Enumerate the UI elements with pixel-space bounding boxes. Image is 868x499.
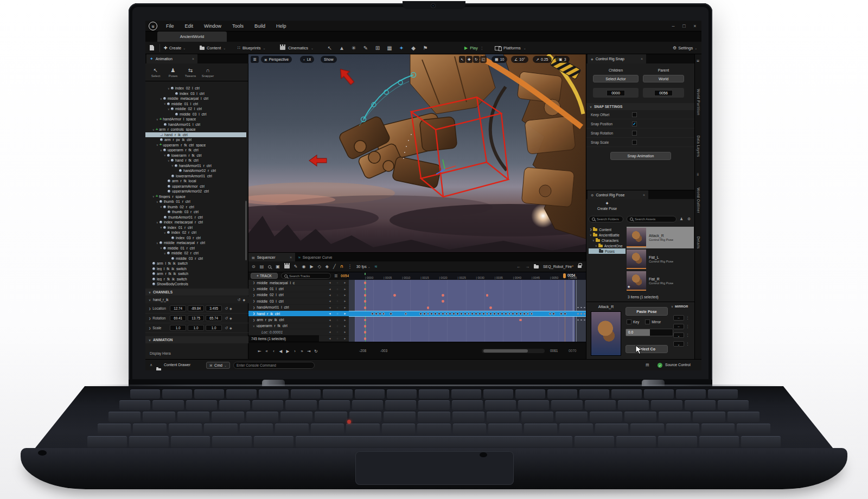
menu-dots-icon[interactable]: ⋮	[686, 324, 690, 329]
parent-frame-field[interactable]: 0056	[643, 88, 684, 98]
key-checkbox[interactable]	[627, 319, 631, 324]
keyframe[interactable]	[460, 312, 463, 315]
scrollbar[interactable]	[245, 201, 247, 260]
prev-key-icon[interactable]: ◄	[326, 287, 334, 291]
rotation-snap-button[interactable]: ∠10°	[511, 56, 528, 63]
tree-item-upperarm_r_fk_ctrl[interactable]: ∨upperarm_r_fk_ctrl	[145, 148, 246, 153]
add-key-icon[interactable]: ○	[334, 324, 341, 328]
add-key-icon[interactable]: ○	[334, 293, 341, 297]
camera-speed-button[interactable]: ▣3	[556, 56, 570, 63]
content-drawer-button[interactable]: Content Drawer	[164, 363, 190, 367]
checkbox-snap-rotation[interactable]	[632, 131, 637, 136]
mirror-option-dropdown[interactable]: –	[673, 324, 684, 329]
transport-button-1[interactable]: «	[263, 349, 270, 354]
keyframe[interactable]	[452, 312, 455, 315]
keyframe-icon[interactable]: ◆	[229, 326, 232, 330]
tree-item-handArmor01_l_ctrl[interactable]: handArmor01_l_ctrl	[145, 122, 246, 127]
pen-icon[interactable]: ╱	[333, 264, 336, 269]
mirror-section-header[interactable]: ∨ MIRROR	[671, 305, 688, 308]
lock-icon[interactable]	[578, 265, 582, 268]
add-key-icon[interactable]: ○	[334, 287, 341, 291]
prev-key-icon[interactable]: ◄	[326, 324, 334, 328]
add-key-icon[interactable]: ○	[334, 312, 341, 315]
tree-item-middle_02_l_ctrl[interactable]: ∨middle_02_l_ctrl	[145, 106, 246, 112]
world-button[interactable]: World	[643, 75, 684, 82]
add-key-icon[interactable]: ○	[334, 306, 341, 309]
tree-item-middle_metacarpal_l_ctrl[interactable]: ∨middle_metacarpal_l_ctrl	[145, 96, 246, 101]
tree-item-ShowBodyControls[interactable]: ShowBodyControls	[145, 282, 246, 287]
anim-tool-poses[interactable]: ♟Poses	[165, 67, 181, 78]
tree-item-handArmor02_r_ctrl[interactable]: handArmor02_r_ctrl	[145, 168, 246, 174]
keyframe[interactable]	[515, 312, 518, 315]
tree-item-middle_01_r_ctrl[interactable]: ∨middle_01_r_ctrl	[145, 246, 246, 251]
tree-item-lowerarm_r_fk_ctrl[interactable]: ∨lowerarm_r_fk_ctrl	[145, 153, 246, 158]
tree-item-index_01_r_ctrl[interactable]: ∨index_01_r_ctrl	[145, 225, 246, 231]
search-tracks-input[interactable]: Search Tracks	[281, 273, 331, 279]
landscape-icon[interactable]: ▲	[336, 45, 347, 51]
view-start-value[interactable]: -003	[380, 349, 387, 353]
keyframe-icon[interactable]: ◆	[229, 316, 232, 320]
channel-value-field[interactable]: 1.0	[188, 325, 204, 331]
channel-group-row[interactable]: ∨ hand_r_ik ↺ ◆	[145, 296, 248, 303]
track-middle_01_l_ctrl[interactable]: ❯middle_01_l_ctrl◄○►	[248, 286, 349, 292]
transport-button-7[interactable]: ⇥	[305, 349, 312, 354]
expand-icon[interactable]: ❯	[149, 327, 151, 330]
select-controls-button[interactable]: Select Co	[626, 345, 668, 353]
minimize-button[interactable]: –	[668, 23, 679, 29]
tab-animation[interactable]: ✦ Animation ×	[146, 54, 197, 63]
keyframe[interactable]	[482, 312, 485, 315]
tree-item-thumbArmor01_r_ctrl[interactable]: thumbArmor01_r_ctrl	[145, 215, 246, 220]
asset-Fist_R[interactable]: ★Fist_RControl Rig Pose	[627, 270, 694, 292]
pose-thumbnail-large[interactable]	[591, 311, 621, 356]
keyframe[interactable]	[519, 319, 522, 322]
checkbox-snap-position[interactable]: ✓	[632, 121, 637, 126]
tree-item-upperarmArmor02_ctrl[interactable]: upperarmArmor02_ctrl	[145, 189, 246, 194]
add-key-icon[interactable]: ○	[334, 299, 341, 303]
select-icon[interactable]: ↖	[459, 56, 465, 63]
transport-button-2[interactable]: ‹	[270, 349, 277, 354]
checkbox-snap-scale[interactable]	[632, 140, 637, 145]
transport-button-6[interactable]: »	[298, 349, 305, 354]
keyframe[interactable]	[501, 312, 503, 315]
snap-magnet-icon[interactable]: ∪	[340, 264, 343, 269]
keyframe-icon[interactable]: ◆	[242, 298, 245, 302]
add-key-icon[interactable]: ○	[334, 330, 341, 334]
keyframe-icon[interactable]: ◆	[229, 306, 232, 310]
tree-item-thumb_03_r_ctrl[interactable]: thumb_03_r_ctrl	[145, 209, 246, 215]
expand-icon[interactable]: ❯	[149, 317, 151, 320]
keyframe[interactable]	[438, 312, 441, 315]
play-options-icon[interactable]: ⋮	[480, 46, 484, 50]
reset-icon[interactable]: ↺	[225, 306, 228, 311]
maximize-button[interactable]: □	[679, 23, 690, 29]
tab-sequencer-curve[interactable]: ≈ Sequencer Curve	[298, 253, 332, 261]
tree-item-handArmor_l_space[interactable]: ∨+handArmor_l_space	[145, 117, 246, 122]
menu-dots-icon[interactable]: ⋮	[348, 264, 352, 269]
close-icon[interactable]: ×	[192, 57, 194, 61]
keyframe[interactable]	[427, 306, 430, 309]
mesh-paint-icon[interactable]: ✎	[360, 45, 371, 51]
keyframe[interactable]	[434, 312, 437, 315]
keyed-eye-icon[interactable]: ◉	[302, 264, 306, 269]
tree-item-middle_03_r_ctrl[interactable]: middle_03_r_ctrl	[145, 256, 246, 261]
prev-key-icon[interactable]: ◄	[326, 299, 334, 303]
tree-item-index_03_l_ctrl[interactable]: index_03_l_ctrl	[145, 91, 246, 97]
keyframe[interactable]	[456, 312, 459, 315]
menu-build[interactable]: Build	[249, 23, 271, 29]
next-key-icon[interactable]: ►	[341, 281, 349, 284]
channel-value-field[interactable]: 1.0	[206, 325, 222, 331]
right-tab-world-outliner[interactable]: World Outliner	[697, 188, 700, 213]
channel-value-field[interactable]: -89.84	[188, 305, 204, 311]
folder-Characters[interactable]: ∨Characters	[589, 238, 626, 243]
keyframe[interactable]	[478, 312, 481, 315]
blueprints-button[interactable]: ∷ Blueprints⌄	[238, 42, 265, 54]
tab-control-rig-snap[interactable]: ◈ Control Rig Snap ×	[588, 54, 646, 63]
chevron-icon[interactable]: ❯	[253, 293, 255, 297]
settings-button[interactable]: ⚙ Settings⌄	[673, 42, 697, 54]
track-upperarm_r_fk_ctrl[interactable]: ∨upperarm_r_fk_ctrl◄○►	[248, 323, 349, 329]
save-icon[interactable]	[150, 45, 154, 50]
right-tab-world-partition[interactable]: World Partition	[697, 89, 700, 116]
delete-key-icon[interactable]: ◈	[326, 264, 329, 269]
perspective-dropdown[interactable]: ▣ Perspective	[261, 56, 292, 63]
right-tab-details[interactable]: Details	[697, 236, 700, 249]
keyframe[interactable]	[475, 312, 477, 315]
